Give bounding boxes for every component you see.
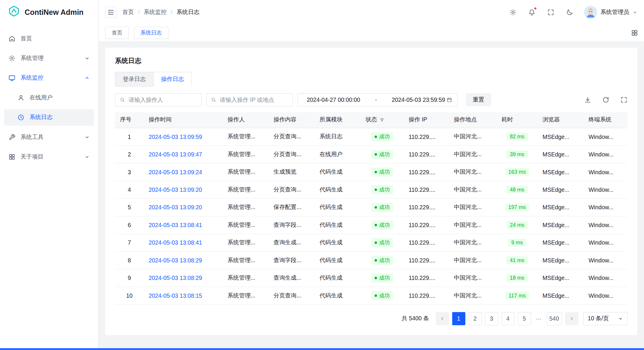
cell-location: 中国河北... [449,198,496,216]
table-header-row: 序号 操作时间 操作人 操作内容 所属模块 状态 [115,112,627,128]
ip-search-input[interactable] [220,96,288,103]
time-link[interactable]: 2024-05-03 13:08:29 [149,257,202,263]
cell-module: 代码生成 [315,287,361,304]
ip-search-box [206,93,293,106]
cell-time: 2024-05-03 13:08:29 [144,269,223,286]
cell-operator: 系统管理... [223,287,269,304]
table-row: 82024-05-03 13:08:29系统管理...查询字段...代码生成成功… [115,251,627,269]
cell-operator: 系统管理... [223,163,269,180]
notification-badge [534,7,537,10]
pagination-page-button[interactable]: 540 [547,312,562,325]
cell-module: 代码生成 [315,251,361,269]
home-icon [8,35,16,42]
status-dot-icon [375,277,377,279]
sidebar-item-system-monitor[interactable]: 系统监控 [4,70,94,86]
user-menu[interactable]: 系统管理员 [584,6,637,19]
bell-icon [528,9,536,16]
sidebar-item-system-logs[interactable]: 系统日志 [4,109,94,126]
status-dot-icon [375,188,377,191]
cell-status: 成功 [361,181,404,198]
pagination-page-button[interactable]: 5 [518,312,531,325]
sidebar-item-home[interactable]: 首页 [4,30,94,47]
time-link[interactable]: 2024-05-03 13:08:41 [149,239,202,246]
sidebar-collapse-button[interactable] [105,7,117,18]
cell-index: 7 [115,234,144,251]
table-fullscreen-icon[interactable] [620,96,628,104]
page-tab-system-logs[interactable]: 系统日志 [134,27,168,39]
time-link[interactable]: 2024-05-03 13:08:15 [149,292,202,299]
cell-os: Window... [584,269,628,286]
page-size-select[interactable]: 10 条/页 [583,312,627,325]
cell-os: Window... [584,198,628,216]
breadcrumb-item[interactable]: 首页 [122,9,134,16]
cell-cost: 48 ms [496,181,537,198]
page-tab-home[interactable]: 首页 [105,27,129,39]
cell-module: 代码生成 [315,216,361,234]
pagination-pages: 12345···540 [452,312,562,325]
cell-index: 4 [115,181,144,198]
cost-badge: 82 ms [507,133,528,140]
cell-location: 中国河北... [449,128,496,145]
dark-mode-button[interactable] [565,8,574,17]
sidebar-item-system-tools[interactable]: 系统工具 [4,129,94,145]
cell-time: 2024-05-03 13:08:15 [144,287,223,304]
main-area: 首页 / 系统监控 / 系统日志 [99,0,644,350]
column-header: 操作人 [223,112,269,128]
tab-actions-button[interactable] [631,29,638,37]
cell-browser: MSEdge... [538,287,584,304]
notifications-button[interactable] [527,8,536,17]
cell-time: 2024-05-03 13:08:41 [144,216,223,234]
cell-module: 系统日志 [315,128,361,145]
chevron-down-icon [84,56,90,61]
cell-ip: 110.229.... [404,234,449,251]
pagination-next-button[interactable] [565,312,578,325]
download-icon[interactable] [584,96,591,104]
pagination-total: 共 5400 条 [401,315,429,322]
time-link[interactable]: 2024-05-03 13:08:41 [149,221,202,228]
log-table: 序号 操作时间 操作人 操作内容 所属模块 状态 [115,112,627,305]
pagination-page-button[interactable]: 1 [452,312,465,325]
cell-os: Window... [584,145,628,163]
filter-funnel-icon[interactable] [379,117,384,122]
date-range-picker[interactable]: 2024-04-27 00:00:00 - 2024-05-03 23:59:5… [298,93,458,106]
time-link[interactable]: 2024-05-03 13:09:20 [149,204,202,210]
tab-operation-logs[interactable]: 操作日志 [153,72,192,87]
refresh-icon[interactable] [602,96,610,104]
time-link[interactable]: 2024-05-03 13:09:24 [149,169,202,175]
column-header: 浏览器 [538,112,584,128]
gear-icon [509,9,517,16]
cell-os: Window... [584,234,628,251]
pagination-prev-button[interactable] [436,312,449,325]
status-dot-icon [375,171,377,173]
date-range-separator: - [375,96,377,103]
sidebar-item-about-project[interactable]: 关于项目 [4,149,94,165]
sidebar-item-online-users[interactable]: 在线用户 [4,90,94,106]
cell-index: 1 [115,128,144,145]
apps-grid-icon [8,153,16,161]
cell-content: 分页查询... [269,145,315,163]
tab-login-logs[interactable]: 登录日志 [115,72,154,87]
breadcrumb-item[interactable]: 系统监控 [144,9,167,16]
pagination-page-button[interactable]: 4 [501,312,515,325]
status-badge: 成功 [371,256,393,265]
time-link[interactable]: 2024-05-03 13:09:20 [149,186,202,193]
fullscreen-button[interactable] [546,8,555,17]
search-icon [120,97,125,102]
reset-button[interactable]: 重置 [466,93,491,106]
cell-os: Window... [584,128,628,145]
settings-button[interactable] [509,8,518,17]
avatar [584,6,597,19]
operator-search-input[interactable] [129,96,197,103]
cell-cost: 82 ms [496,128,537,145]
cell-status: 成功 [361,251,404,269]
pagination-page-button[interactable]: 3 [485,312,498,325]
time-link[interactable]: 2024-05-03 13:09:47 [149,151,202,157]
cell-content: 查询生成... [269,269,315,286]
time-link[interactable]: 2024-05-03 13:08:29 [149,275,202,281]
status-badge: 成功 [371,203,393,212]
sidebar-item-system-management[interactable]: 系统管理 [4,50,94,66]
time-link[interactable]: 2024-05-03 13:09:59 [149,133,202,140]
cell-ip: 110.229.... [404,128,449,145]
cell-ip: 110.229.... [404,198,449,216]
pagination-page-button[interactable]: 2 [469,312,482,325]
